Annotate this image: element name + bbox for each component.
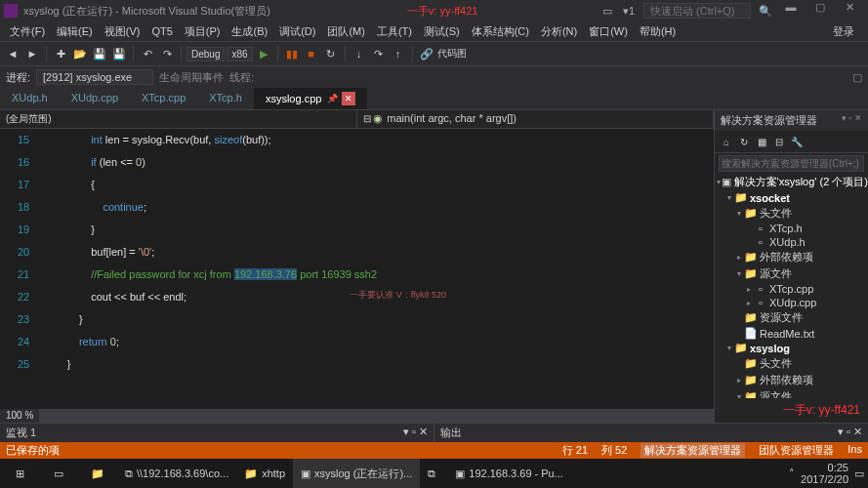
editor-scroll-h[interactable]: 100 % <box>0 409 714 423</box>
menu-视图(V)[interactable]: 视图(V) <box>99 22 146 41</box>
tree-node[interactable]: ▾📁头文件 <box>715 205 868 222</box>
home-icon[interactable]: ⌂ <box>719 134 734 149</box>
step-into-icon[interactable]: ↓ <box>351 45 368 62</box>
step-over-icon[interactable]: ↷ <box>370 45 388 62</box>
nav-fwd-icon[interactable]: ► <box>23 45 41 62</box>
taskbar-app[interactable]: 📁xhttp <box>236 459 293 488</box>
code-line[interactable]: } <box>43 353 714 376</box>
code-line[interactable]: continue; <box>43 196 714 219</box>
menu-项目(P)[interactable]: 项目(P) <box>179 22 227 41</box>
code-line[interactable]: { <box>43 174 714 196</box>
login-button[interactable]: 登录 <box>833 24 864 39</box>
tree-node[interactable]: ▾📁xsyslog <box>715 341 868 355</box>
status-panel-1[interactable]: 解决方案资源管理器 <box>641 443 745 458</box>
tree-node[interactable]: ▾📁源文件 <box>715 388 868 398</box>
code-line[interactable]: int len = syslog.Recv(buf, sizeof(buf)); <box>43 129 714 151</box>
tree-node[interactable]: ▸▫XTcp.cpp <box>715 282 868 296</box>
stop-icon[interactable]: ■ <box>303 45 320 62</box>
feedback-icon[interactable]: ▾1 <box>618 1 640 20</box>
explorer-icon[interactable]: 📁 <box>78 459 117 488</box>
maximize-button[interactable]: ▢ <box>806 1 835 20</box>
search-icon[interactable]: 🔍 <box>755 1 776 20</box>
code-line[interactable]: if (len <= 0) <box>43 151 714 174</box>
panel-close-icon[interactable]: ▾ ▫ ✕ <box>403 426 428 440</box>
code-editor[interactable]: 1516171819202122232425 int len = syslog.… <box>0 129 714 409</box>
status-panel-2[interactable]: 团队资源管理器 <box>759 443 834 458</box>
new-project-icon[interactable]: ✚ <box>52 45 69 62</box>
tab-close-icon[interactable]: ✕ <box>342 92 355 105</box>
collapse-icon[interactable]: ⊟ <box>771 134 787 149</box>
editor-tab[interactable]: xsyslog.cpp📌✕ <box>254 88 367 109</box>
undo-icon[interactable]: ↶ <box>139 45 156 62</box>
code-line[interactable]: buf[len] = '\0'; <box>43 241 714 264</box>
menu-测试(S)[interactable]: 测试(S) <box>418 22 466 41</box>
menu-团队(M)[interactable]: 团队(M) <box>321 22 371 41</box>
scope-right-combo[interactable]: ⊟ ◉main(int argc, char * argv[]) <box>357 110 715 128</box>
zoom-level[interactable]: 100 % <box>0 409 39 423</box>
redo-icon[interactable]: ↷ <box>158 45 176 62</box>
showall-icon[interactable]: ▦ <box>754 134 769 149</box>
step-out-icon[interactable]: ↑ <box>390 45 407 62</box>
menu-编辑(E)[interactable]: 编辑(E) <box>51 22 99 41</box>
editor-tab[interactable]: XTcp.cpp <box>130 88 197 109</box>
taskbar-app[interactable]: ⧉\\192.168.3.69\co... <box>117 459 236 488</box>
tree-node[interactable]: ▫XTcp.h <box>715 222 868 235</box>
code-line[interactable]: } <box>43 308 714 331</box>
nav-back-icon[interactable]: ◄ <box>4 45 21 62</box>
properties-icon[interactable]: 🔧 <box>789 134 805 149</box>
sln-root[interactable]: ▾▣解决方案'xsyslog' (2 个项目) <box>715 174 868 190</box>
tree-node[interactable]: ▾📁源文件 <box>715 265 868 282</box>
close-button[interactable]: ✕ <box>835 1 864 20</box>
editor-tab[interactable]: XTcp.h <box>197 88 254 109</box>
editor-tab[interactable]: XUdp.h <box>0 88 60 109</box>
pause-icon[interactable]: ▮▮ <box>283 45 301 62</box>
taskview-icon[interactable]: ▭ <box>39 459 78 488</box>
code-line[interactable]: //Failed password for xcj from 192.168.3… <box>43 264 714 286</box>
continue-button[interactable]: ▶ <box>255 45 272 62</box>
windows-taskbar[interactable]: ⊞ ▭ 📁 ⧉\\192.168.3.69\co...📁xhttp▣xsyslo… <box>0 459 868 488</box>
clock[interactable]: 0:252017/2/20 <box>795 462 854 485</box>
save-icon[interactable]: 💾 <box>91 45 108 62</box>
refresh-icon[interactable]: ↻ <box>736 134 752 149</box>
quick-launch-input[interactable] <box>643 3 751 19</box>
codemap-icon[interactable]: 🔗 <box>418 45 435 62</box>
tree-node[interactable]: ▸📁外部依赖项 <box>715 249 868 265</box>
panel-pin-icon[interactable]: ▾ ▫ ✕ <box>842 113 862 128</box>
scope-left-combo[interactable]: (全局范围) <box>0 110 357 128</box>
code-line[interactable]: } <box>43 219 714 241</box>
minimize-button[interactable]: ▬ <box>776 1 806 20</box>
tree-node[interactable]: ▸▫XUdp.cpp <box>715 296 868 309</box>
taskbar-app[interactable]: ▣192.168.3.69 - Pu... <box>447 459 571 488</box>
start-button[interactable]: ⊞ <box>0 459 39 488</box>
tree-node[interactable]: 📁资源文件 <box>715 309 868 326</box>
code-body[interactable]: int len = syslog.Recv(buf, sizeof(buf));… <box>37 129 714 409</box>
menu-体系结构(C)[interactable]: 体系结构(C) <box>466 22 535 41</box>
code-line[interactable]: return 0; <box>43 331 714 353</box>
menu-帮助(H)[interactable]: 帮助(H) <box>634 22 682 41</box>
restart-icon[interactable]: ↻ <box>322 45 340 62</box>
notifications-icon[interactable]: ▭ <box>597 1 618 20</box>
sln-search-input[interactable] <box>719 155 864 172</box>
save-all-icon[interactable]: 💾 <box>110 45 128 62</box>
taskbar-app[interactable]: ⧉ <box>420 459 447 488</box>
action-center-icon[interactable]: ▭ <box>854 468 864 480</box>
tree-node[interactable]: ▸📁外部依赖项 <box>715 372 868 388</box>
tree-node[interactable]: 📄ReadMe.txt <box>715 326 868 341</box>
taskbar-app[interactable]: ▣xsyslog (正在运行)... <box>293 459 420 488</box>
menu-工具(T)[interactable]: 工具(T) <box>371 22 418 41</box>
menu-窗口(W)[interactable]: 窗口(W) <box>583 22 634 41</box>
tree-node[interactable]: ▾📁xsocket <box>715 190 868 205</box>
menu-QT5[interactable]: QT5 <box>145 23 178 39</box>
menu-调试(D)[interactable]: 调试(D) <box>273 22 321 41</box>
platform-combo[interactable]: x86 <box>227 47 252 61</box>
menu-文件(F)[interactable]: 文件(F) <box>4 22 51 41</box>
panel-close-icon[interactable]: ▾ ▫ ✕ <box>838 426 862 440</box>
tree-node[interactable]: 📁头文件 <box>715 355 868 372</box>
editor-tab[interactable]: XUdp.cpp <box>60 88 130 109</box>
process-combo[interactable]: [2912] xsyslog.exe <box>36 69 153 85</box>
sln-tree[interactable]: ▾▣解决方案'xsyslog' (2 个项目)▾📁xsocket▾📁头文件 ▫X… <box>715 174 868 398</box>
tree-node[interactable]: ▫XUdp.h <box>715 235 868 249</box>
menu-分析(N)[interactable]: 分析(N) <box>535 22 583 41</box>
pin-icon[interactable]: 📌 <box>327 94 338 103</box>
open-icon[interactable]: 📂 <box>71 45 89 62</box>
